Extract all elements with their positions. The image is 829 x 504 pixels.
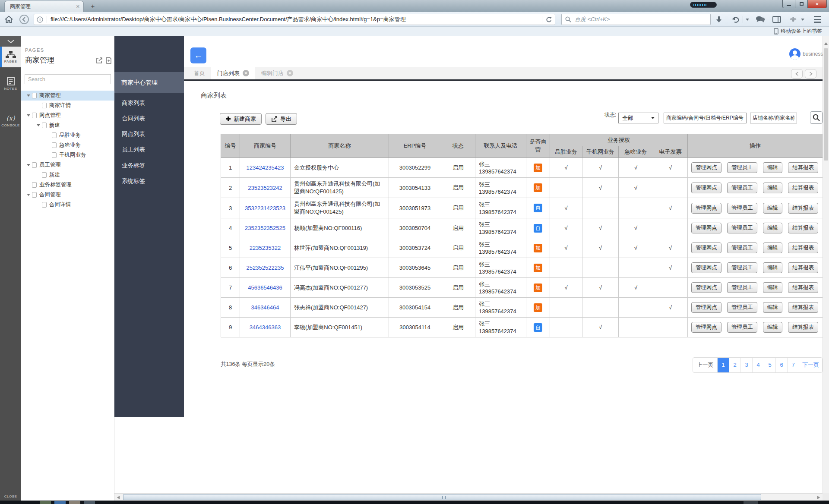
nav-item-outlet-list[interactable]: 网点列表 <box>114 128 184 140</box>
merchant-id-link[interactable]: 45636546436 <box>248 284 282 291</box>
tree-item[interactable]: 急啥业务 <box>21 140 114 150</box>
page-button-7[interactable]: 7 <box>787 358 799 372</box>
merchant-id-link[interactable]: 3532231423523 <box>245 205 285 211</box>
merchant-id-link[interactable]: 123424235423 <box>247 164 284 171</box>
plugin-icon[interactable] <box>788 15 799 24</box>
undo-menu-caret-icon[interactable] <box>744 15 751 24</box>
tab-close-icon[interactable]: ✕ <box>243 70 249 76</box>
edit-button[interactable]: 编辑 <box>763 183 782 193</box>
rail-item-console[interactable]: (x) CONSOLE <box>0 110 21 131</box>
nav-item-contract-list[interactable]: 合同列表 <box>114 113 184 125</box>
tabs-scroll-left-button[interactable] <box>791 69 803 79</box>
taskbar-item[interactable] <box>84 501 95 504</box>
manage-outlets-button[interactable]: 管理网点 <box>691 322 721 333</box>
prev-page-button[interactable]: 上一页 <box>693 358 717 372</box>
page-button-6[interactable]: 6 <box>775 358 787 372</box>
tree-item[interactable]: 新建 <box>21 120 114 130</box>
settlement-report-button[interactable]: 结算报表 <box>788 243 818 253</box>
edit-button[interactable]: 编辑 <box>763 203 782 214</box>
caret-down-icon[interactable] <box>27 194 30 196</box>
caret-down-icon[interactable] <box>27 164 30 166</box>
manage-outlets-button[interactable]: 管理网点 <box>691 302 721 313</box>
manage-employees-button[interactable]: 管理员工 <box>727 322 757 333</box>
manage-outlets-button[interactable]: 管理网点 <box>691 262 721 273</box>
edit-button[interactable]: 编辑 <box>763 162 782 173</box>
plugin-menu-caret-icon[interactable] <box>799 15 806 24</box>
manage-employees-button[interactable]: 管理员工 <box>727 243 757 253</box>
page-button-4[interactable]: 4 <box>752 358 764 372</box>
tree-item[interactable]: 千机网业务 <box>21 150 114 160</box>
scroll-left-icon[interactable] <box>117 496 120 499</box>
undo-icon[interactable] <box>730 15 741 24</box>
horizontal-scroll-thumb[interactable] <box>123 494 761 500</box>
pages-search-input[interactable] <box>25 74 111 84</box>
export-button[interactable]: 导出 <box>266 113 297 125</box>
home-icon[interactable] <box>4 15 13 24</box>
add-page-icon[interactable] <box>105 57 112 64</box>
vertical-scroll-thumb[interactable] <box>824 48 828 161</box>
vertical-scrollbar[interactable] <box>823 36 829 493</box>
merchant-id-link[interactable]: 252352522235 <box>247 265 284 271</box>
tree-item[interactable]: 商家管理 <box>21 91 114 101</box>
manage-employees-button[interactable]: 管理员工 <box>727 282 757 293</box>
browser-tab[interactable]: 商家管理 ✕ <box>4 1 84 12</box>
web-search-box[interactable]: 百度 <Ctrl+K> <box>561 14 711 25</box>
page-button-1[interactable]: 1 <box>717 358 729 372</box>
scroll-right-icon[interactable] <box>817 496 820 499</box>
taskbar-item[interactable] <box>69 501 80 504</box>
page-button-3[interactable]: 3 <box>740 358 752 372</box>
tree-item[interactable]: 商家详情 <box>21 101 114 110</box>
manage-outlets-button[interactable]: 管理网点 <box>691 203 721 214</box>
manage-outlets-button[interactable]: 管理网点 <box>691 243 721 253</box>
caret-down-icon[interactable] <box>27 94 30 97</box>
settlement-report-button[interactable]: 结算报表 <box>788 183 818 193</box>
next-page-button[interactable]: 下一页 <box>799 358 822 372</box>
nav-item-employee-list[interactable]: 员工列表 <box>114 144 184 156</box>
merchant-id-link[interactable]: 3464346363 <box>250 324 281 331</box>
sidebar-toggle-icon[interactable] <box>771 15 782 24</box>
settlement-report-button[interactable]: 结算报表 <box>788 302 818 313</box>
edit-button[interactable]: 编辑 <box>763 302 782 313</box>
back-icon[interactable] <box>19 14 29 25</box>
store-name-input[interactable] <box>750 113 797 123</box>
url-text[interactable]: file:///C:/Users/Administrator/Desktop/商… <box>51 16 538 23</box>
avatar[interactable] <box>789 48 801 60</box>
manage-employees-button[interactable]: 管理员工 <box>727 162 757 173</box>
share-icon[interactable] <box>96 57 103 64</box>
edit-button[interactable]: 编辑 <box>763 223 782 233</box>
merchant-id-link[interactable]: 2235235322 <box>250 245 281 251</box>
edit-button[interactable]: 编辑 <box>763 243 782 253</box>
filter-search-button[interactable] <box>810 111 823 124</box>
settlement-report-button[interactable]: 结算报表 <box>788 322 818 333</box>
manage-outlets-button[interactable]: 管理网点 <box>691 183 721 193</box>
settlement-report-button[interactable]: 结算报表 <box>788 262 818 273</box>
manage-employees-button[interactable]: 管理员工 <box>727 302 757 313</box>
mobile-bookmarks-item[interactable]: 移动设备上的书签 <box>774 28 822 35</box>
taskbar-item[interactable] <box>54 501 66 504</box>
manage-employees-button[interactable]: 管理员工 <box>727 262 757 273</box>
menu-icon[interactable] <box>812 15 823 24</box>
tree-item[interactable]: 品胜业务 <box>21 130 114 140</box>
merchant-id-link[interactable]: 23523523242 <box>248 185 282 191</box>
new-merchant-button[interactable]: 新建商家 <box>220 113 262 125</box>
nav-item-business-tags[interactable]: 业务标签 <box>114 160 184 172</box>
minimize-button[interactable] <box>782 0 795 8</box>
collapse-panel-button[interactable] <box>0 36 21 47</box>
reload-icon[interactable] <box>546 16 552 23</box>
scroll-up-icon[interactable] <box>824 42 828 45</box>
manage-outlets-button[interactable]: 管理网点 <box>691 162 721 173</box>
tree-item[interactable]: 合同管理 <box>21 190 114 200</box>
page-button-2[interactable]: 2 <box>729 358 740 372</box>
merchant-id-link[interactable]: 346346464 <box>251 304 279 311</box>
taskbar-item[interactable] <box>40 501 51 504</box>
taskbar-tray[interactable] <box>744 501 758 504</box>
tabs-scroll-right-button[interactable] <box>805 69 816 79</box>
tree-item[interactable]: 网点管理 <box>21 110 114 120</box>
tab-close-icon[interactable]: ✕ <box>287 70 293 76</box>
rail-close-label[interactable]: CLOSE <box>0 495 21 498</box>
back-button[interactable]: ← <box>190 47 206 63</box>
tab-store-list[interactable]: 门店列表 ✕ <box>211 67 255 79</box>
nav-item-merchant-list[interactable]: 商家列表 <box>114 97 184 109</box>
rail-item-pages[interactable]: PAGES <box>0 47 21 67</box>
caret-down-icon[interactable] <box>37 124 40 126</box>
